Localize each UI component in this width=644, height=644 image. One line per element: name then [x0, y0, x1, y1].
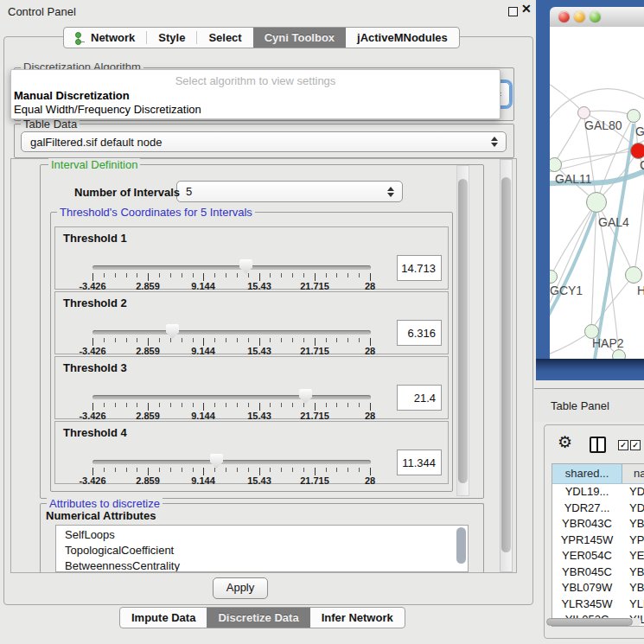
number-of-intervals-combobox[interactable]: 5 [176, 181, 403, 202]
tick-label: 28 [365, 346, 375, 356]
network-window-titlebar[interactable] [550, 7, 644, 28]
network-icon [75, 32, 86, 44]
checkbox-icon[interactable]: ✓ [630, 440, 641, 450]
cell: YLR3 [622, 596, 644, 613]
tick-label: 2.859 [136, 281, 160, 291]
threshold-label: Threshold 4 [63, 426, 127, 439]
tab-select[interactable]: Select [197, 28, 252, 48]
slider-handle[interactable] [166, 324, 179, 339]
cyni-mode-tabbar: Impute Data Discretize Data Infer Networ… [119, 607, 405, 628]
slider-handle[interactable] [239, 259, 252, 274]
tab-label: Infer Network [322, 611, 393, 624]
threshold-value-field[interactable]: 11.344 [397, 450, 442, 475]
numerical-attributes-list[interactable]: SelfLoops TopologicalCoefficient Between… [55, 525, 469, 572]
checkbox-icon[interactable]: ✓ [618, 440, 628, 450]
close-panel-icon[interactable]: ✕ [521, 2, 532, 16]
outer-vertical-scrollbar[interactable] [500, 159, 513, 572]
dropdown-option-equal-width[interactable]: Equal Width/Frequency Discretization [14, 103, 201, 116]
scrollbar-thumb[interactable] [501, 177, 511, 552]
node-label: GAL80 [584, 118, 622, 132]
node-attribute-table[interactable]: shared... na YDL19...YDL1 YDR27...YDR2 Y… [552, 463, 644, 627]
slider-track[interactable] [92, 265, 371, 270]
network-node[interactable] [612, 349, 626, 359]
slider-track[interactable] [92, 460, 371, 464]
apply-button[interactable]: Apply [213, 577, 268, 599]
table-row[interactable]: YBL079WYBL0 [552, 580, 644, 596]
cell: YPR145W [552, 532, 622, 549]
cell: YBR045C [552, 564, 622, 581]
interval-vertical-scrollbar[interactable] [456, 165, 469, 496]
table-panel-title: Table Panel [551, 399, 609, 412]
tab-label: Discretize Data [218, 611, 298, 624]
tab-impute-data[interactable]: Impute Data [120, 608, 207, 628]
tab-label: Network [91, 31, 135, 44]
float-panel-icon[interactable] [508, 7, 518, 16]
node-label: GAL11 [555, 172, 592, 186]
node-label: GA [635, 124, 644, 138]
list-item[interactable]: TopologicalCoefficient [56, 543, 468, 558]
tab-infer-network[interactable]: Infer Network [310, 608, 405, 628]
tick-label: 21.715 [300, 411, 329, 421]
network-node[interactable] [625, 266, 642, 284]
tick-label: 2.859 [136, 475, 160, 486]
list-item[interactable]: SelfLoops [56, 527, 468, 543]
scrollbar-thumb[interactable] [546, 618, 633, 626]
threshold-label: Threshold 1 [63, 232, 127, 245]
table-data-combobox[interactable]: galFiltered.sif default node [21, 131, 507, 152]
cell: YDR27... [552, 501, 622, 517]
table-row[interactable]: YPR145WYPR1 [552, 532, 644, 549]
cell: YBR043C [552, 516, 622, 532]
network-node-gal80[interactable] [577, 106, 590, 119]
threshold-label: Threshold 3 [63, 361, 127, 374]
slider-track[interactable] [92, 330, 371, 335]
slider-major-ticks [92, 273, 371, 281]
threshold-value-field[interactable]: 14.713 [397, 255, 442, 281]
table-row[interactable]: YDR27...YDR2 [552, 501, 644, 517]
node-label: GCY1 [550, 284, 583, 297]
cell: YBL0 [622, 580, 644, 596]
horizontal-scrollbar[interactable] [546, 618, 641, 626]
mac-zoom-button[interactable] [590, 11, 601, 22]
slider-track[interactable] [92, 395, 371, 399]
column-header-shared-name[interactable]: shared... [552, 464, 622, 483]
threshold-value-field[interactable]: 6.316 [397, 320, 442, 346]
tab-label: jActiveMNodules [357, 31, 448, 44]
network-node[interactable] [627, 109, 641, 123]
list-scrollbar[interactable] [456, 527, 466, 564]
split-columns-icon[interactable] [590, 437, 606, 453]
tab-jactivemnodules[interactable]: jActiveMNodules [346, 28, 459, 48]
cell: YDL1 [622, 484, 644, 501]
tick-label: 9.144 [191, 475, 215, 486]
slider-handle[interactable] [210, 454, 223, 469]
tab-cyni-toolbox[interactable]: Cyni Toolbox [253, 28, 346, 48]
table-row[interactable]: YBR045CYBR0 [552, 564, 644, 581]
network-node-gal11[interactable] [550, 157, 562, 172]
dropdown-option-manual[interactable]: Manual Discretization [14, 89, 130, 102]
tab-discretize-data[interactable]: Discretize Data [207, 608, 309, 628]
threshold-panel-3: Threshold 3 -3.426 2.859 9.144 15.43 21.… [54, 356, 449, 419]
table-panel-card: ⚙ ✓ ✓ shared... na YDL19...YDL1 YDR27...… [544, 424, 644, 639]
column-header-name[interactable]: na [622, 464, 644, 483]
threshold-panel-1: Threshold 1 -3.426 2.859 9.144 15.43 21.… [54, 226, 449, 290]
network-node-selected[interactable] [630, 143, 644, 159]
tab-style[interactable]: Style [147, 28, 196, 48]
scrollbar-thumb[interactable] [458, 179, 468, 483]
combo-arrows-icon [490, 137, 498, 147]
mac-minimize-button[interactable] [574, 11, 585, 22]
table-row[interactable]: YBR043CYBR0 [552, 516, 644, 532]
slider-handle[interactable] [299, 389, 312, 404]
network-node-gal4[interactable] [586, 192, 607, 213]
gear-icon[interactable]: ⚙ [558, 432, 572, 452]
list-item[interactable]: BetweennessCentrality [56, 558, 468, 572]
table-row[interactable]: YDL19...YDL1 [552, 484, 644, 501]
mac-close-button[interactable] [558, 11, 570, 22]
tab-network[interactable]: Network [64, 28, 146, 48]
network-view[interactable]: GAL80 GA C GAL11 GAL4 GCY1 H HAP2 [550, 27, 644, 359]
table-row[interactable]: YER054CYER0 [552, 548, 644, 564]
slider-major-ticks [92, 468, 371, 475]
threshold-value-field[interactable]: 21.4 [397, 385, 442, 411]
slider-scale: -3.426 2.859 9.144 15.43 21.715 28 [92, 281, 371, 291]
node-label: HAP2 [592, 336, 624, 350]
tick-label: 15.43 [247, 346, 271, 356]
table-row[interactable]: YLR345WYLR3 [552, 596, 644, 613]
